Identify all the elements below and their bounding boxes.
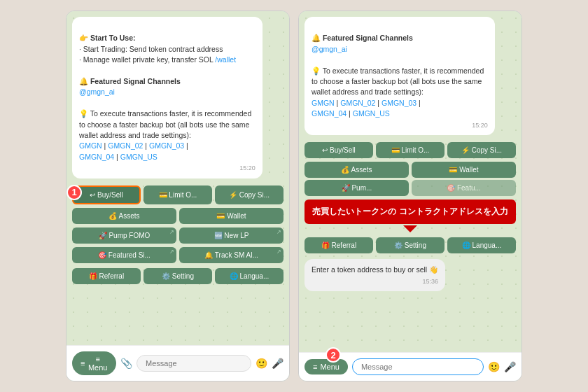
assets-btn[interactable]: 💰 Assets [72,208,176,224]
gmgn03-link-2[interactable]: GMGN_03 [382,99,416,107]
gmgn02-link-2[interactable]: GMGN_02 [340,99,375,107]
message-text: 👉 Start To Use: · Start Trading: Send to… [79,34,251,160]
bottom-bar-2: 2 ≡ Menu 🙂 🎤 [299,352,522,381]
menu-label-1: ≡ Menu [88,355,108,372]
s2-wallet-btn[interactable]: 💳 Wallet [412,162,516,178]
limit-order-btn[interactable]: 💳 Limit O... [144,186,212,204]
s2-limit-order-btn[interactable]: 💳 Limit O... [376,142,444,158]
setting-btn[interactable]: ⚙️ Setting [144,268,212,284]
message-input-2[interactable] [352,358,484,375]
new-lp-btn[interactable]: 🆕 New LP ↗ [179,227,284,244]
menu-icon-2: ≡ [313,363,317,371]
emoji-btn-1[interactable]: 🙂 [255,358,267,369]
menu-label-2: Menu [320,363,340,371]
annotation-text: 売買したいトークンの コントラクトアドレスを入力 [312,206,507,216]
gmgn04-link[interactable]: GMGN_04 [79,153,114,161]
s2-language-btn[interactable]: 🌐 Langua... [447,237,516,253]
badge-1: 1 [66,185,82,200]
s2-featured-btn[interactable]: 🎯 Featu... [412,180,516,196]
chat-area-1: 👉 Start To Use: · Start Trading: Send to… [66,11,289,345]
copy-signal-btn[interactable]: ⚡ Copy Si... [215,186,284,204]
gmgnus-link[interactable]: GMGN_US [120,153,158,161]
s2-pump-btn[interactable]: 🚀 Pum... [304,180,409,196]
buy-sell-btn[interactable]: ↩ Buy/Sell [72,186,141,204]
featured-text: 🔔 Featured Signal Channels @gmgn_ai 💡 To… [312,34,484,118]
badge-2: 2 [326,347,341,363]
menu-icon: ≡ [80,359,85,368]
phone-screen-1: 👉 Start To Use: · Start Trading: Send to… [66,10,290,382]
emoji-btn-2[interactable]: 🙂 [488,361,500,372]
s2-setting-btn[interactable]: ⚙️ Setting [376,237,444,253]
main-message-bubble: 👉 Start To Use: · Start Trading: Send to… [72,17,262,178]
channel-link-1[interactable]: @gmgn_ai [79,88,115,96]
featured-signals-btn[interactable]: 🎯 Featured Si... ↗ [72,247,176,263]
message-timestamp-2: 15:20 [312,121,488,130]
gmgn03-link[interactable]: GMGN_03 [149,141,184,150]
buttons-row-3: 🚀 Pump FOMO ↗ 🆕 New LP ↗ [72,227,284,244]
chat-area-2: 🔔 Featured Signal Channels @gmgn_ai 💡 To… [299,11,522,352]
token-message-bubble: Enter a token address to buy or sell 👋 1… [304,259,445,291]
s2-assets-btn[interactable]: 💰 Assets [304,162,409,178]
buttons-row-4: 🎯 Featured Si... ↗ 🔔 Track SM Al... ↗ [72,247,284,263]
channel-link-2[interactable]: @gmgn_ai [312,45,347,53]
voice-btn-1[interactable]: 🎤 [272,358,284,369]
gmgnus-link-2[interactable]: GMGN_US [353,109,390,118]
gmgn-link-2[interactable]: GMGN [312,99,335,107]
s2-buttons-row-2: 💰 Assets 💳 Wallet [304,162,516,178]
phone-screen-2: 🔔 Featured Signal Channels @gmgn_ai 💡 To… [298,10,522,382]
track-smart-btn[interactable]: 🔔 Track SM Al... ↗ [179,247,284,263]
buttons-row-5: 🎁 Referral ⚙️ Setting 🌐 Langua... [72,268,284,284]
pump-fomo-btn[interactable]: 🚀 Pump FOMO ↗ [72,227,176,244]
message-timestamp: 15:20 [79,164,255,173]
s2-buttons-row-3: 🎁 Referral ⚙️ Setting 🌐 Langua... [304,237,516,253]
voice-btn-2[interactable]: 🎤 [504,361,516,372]
s2-buy-sell-btn[interactable]: ↩ Buy/Sell [304,142,373,158]
wallet-btn[interactable]: 💳 Wallet [179,208,284,224]
bottom-bar-1: ≡ ≡ Menu 📎 🙂 🎤 [66,345,289,381]
wallet-link[interactable]: /wallet [215,55,236,64]
gmgn02-link[interactable]: GMGN_02 [108,141,143,150]
token-timestamp: 15:36 [312,277,438,286]
message-input-1[interactable] [136,355,251,372]
featured-message-bubble: 🔔 Featured Signal Channels @gmgn_ai 💡 To… [304,17,495,135]
gmgn-link[interactable]: GMGN [79,141,102,150]
menu-button-2[interactable]: ≡ Menu [304,359,348,374]
s2-copy-signal-btn[interactable]: ⚡ Copy Si... [447,142,516,158]
attach-button-1[interactable]: 📎 [120,358,132,369]
referral-btn[interactable]: 🎁 Referral [72,268,141,284]
buttons-row-1: ↩ Buy/Sell 💳 Limit O... ⚡ Copy Si... [72,186,284,204]
buttons-row-2: 💰 Assets 💳 Wallet [72,208,284,224]
language-btn[interactable]: 🌐 Langua... [215,268,284,284]
s2-buttons-row-1: ↩ Buy/Sell 💳 Limit O... ⚡ Copy Si... [304,142,516,158]
token-message-text: Enter a token address to buy or sell 👋 [312,265,438,274]
menu-button-1[interactable]: ≡ ≡ Menu [72,351,116,375]
s2-referral-btn[interactable]: 🎁 Referral [304,237,373,253]
gmgn04-link-2[interactable]: GMGN_04 [312,109,346,118]
